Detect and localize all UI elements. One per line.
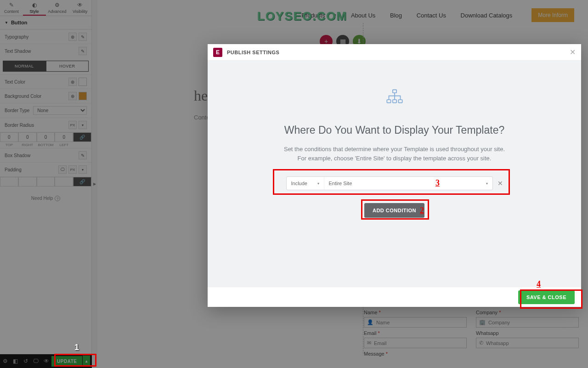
- close-icon[interactable]: ✕: [570, 48, 576, 57]
- modal-heading: Where Do You Want to Display Your Templa…: [284, 124, 504, 136]
- condition-row-wrap: Include▾ Entire Site▾ ✕: [286, 176, 503, 190]
- svg-rect-0: [392, 90, 396, 93]
- callout-number-1: 1: [74, 343, 79, 352]
- condition-scope-select[interactable]: Entire Site▾: [324, 177, 492, 190]
- remove-condition-icon[interactable]: ✕: [498, 180, 503, 187]
- modal-description: Set the conditions that determine where …: [284, 145, 505, 163]
- chevron-down-icon: ▾: [486, 181, 488, 186]
- modal-header: E PUBLISH SETTINGS ✕: [208, 44, 581, 61]
- svg-rect-3: [398, 100, 402, 103]
- svg-rect-1: [387, 100, 390, 103]
- modal-title: PUBLISH SETTINGS: [227, 50, 279, 55]
- modal-footer: SAVE & CLOSE: [208, 287, 581, 307]
- modal-body: Where Do You Want to Display Your Templa…: [208, 61, 581, 287]
- svg-rect-2: [392, 100, 396, 103]
- elementor-logo-icon: E: [213, 48, 222, 57]
- save-close-button[interactable]: SAVE & CLOSE: [518, 290, 575, 304]
- condition-type-select[interactable]: Include▾: [287, 177, 324, 190]
- sitemap-icon: [385, 88, 404, 108]
- callout-number-4: 4: [537, 279, 541, 289]
- publish-settings-modal: E PUBLISH SETTINGS ✕ Where Do You Want t…: [208, 44, 581, 307]
- chevron-down-icon: ▾: [317, 181, 319, 186]
- callout-number-2: 2: [420, 206, 424, 215]
- add-condition-button[interactable]: ADD CONDITION: [364, 203, 424, 218]
- condition-row: Include▾ Entire Site▾: [286, 176, 493, 190]
- callout-number-3: 3: [435, 178, 440, 188]
